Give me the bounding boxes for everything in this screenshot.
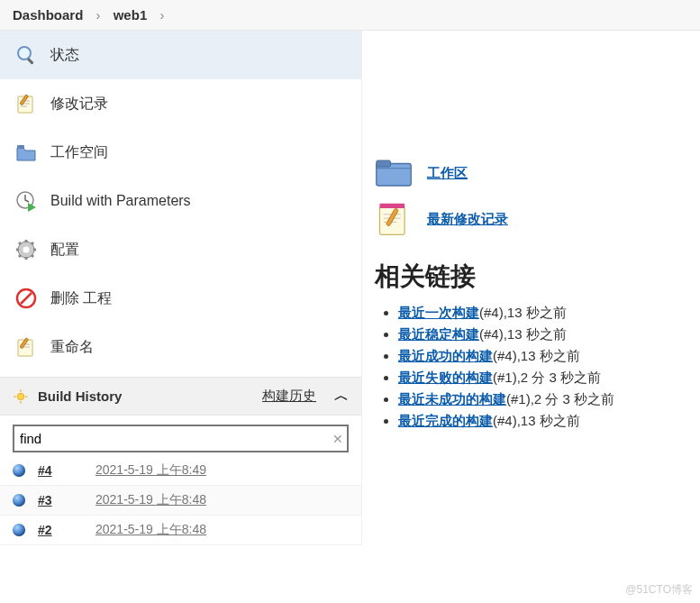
chevron-right-icon: › — [159, 7, 164, 23]
related-link-item: 最近成功的构建(#4),13 秒之前 — [398, 348, 693, 365]
nav-workspace[interactable]: 工作空间 — [0, 128, 361, 177]
main-panel: 工作区 最新修改记录 相关链接 最近一次构建(#4),13 秒之前最近稳定构建(… — [362, 31, 700, 545]
sun-icon — [13, 388, 29, 405]
clock-play-icon — [14, 189, 38, 213]
delete-icon — [14, 287, 38, 310]
svg-line-16 — [19, 242, 21, 244]
svg-point-0 — [18, 47, 31, 59]
svg-point-26 — [17, 393, 24, 400]
nav-label: 修改记录 — [50, 95, 108, 114]
related-link[interactable]: 最近未成功的构建 — [398, 391, 506, 407]
build-time[interactable]: 2021-5-19 上午8:48 — [95, 492, 206, 508]
nav-configure[interactable]: 配置 — [0, 225, 361, 274]
nav-label: 删除 工程 — [50, 289, 112, 308]
notepad-icon — [14, 92, 38, 115]
nav-label: 状态 — [50, 46, 79, 65]
folder-large-icon — [375, 157, 413, 189]
nav-build-params[interactable]: Build with Parameters — [0, 177, 361, 225]
search-icon — [14, 43, 38, 67]
status-orb-icon — [13, 464, 25, 477]
sidebar: 状态 修改记录 工作空间 Build with Parameters 配置 — [0, 31, 362, 545]
clear-icon[interactable]: ✕ — [332, 432, 343, 446]
nav-rename[interactable]: 重命名 — [0, 323, 361, 371]
related-link[interactable]: 最近失败的构建 — [398, 370, 493, 385]
related-meta: (#1),2 分 3 秒之前 — [493, 370, 601, 385]
build-history-trend-link[interactable]: 构建历史 — [262, 388, 316, 405]
build-history-header[interactable]: Build History 构建历史 ︿ — [0, 377, 361, 416]
nav-label: 配置 — [50, 241, 79, 260]
related-meta: (#1),2 分 3 秒之前 — [506, 391, 614, 407]
related-link-item: 最近一次构建(#4),13 秒之前 — [398, 305, 693, 322]
nav-status[interactable]: 状态 — [0, 31, 361, 79]
build-row[interactable]: #22021-5-19 上午8:48 — [0, 516, 361, 545]
svg-point-11 — [23, 247, 30, 253]
build-row[interactable]: #32021-5-19 上午8:48 — [0, 486, 361, 516]
breadcrumb-item[interactable]: Dashboard — [13, 7, 83, 23]
related-link[interactable]: 最近完成的构建 — [398, 413, 493, 428]
svg-line-17 — [32, 255, 33, 257]
related-links-list: 最近一次构建(#4),13 秒之前最近稳定构建(#4),13 秒之前最近成功的构… — [375, 305, 693, 430]
nav-label: Build with Parameters — [50, 193, 191, 209]
svg-rect-1 — [27, 58, 34, 65]
related-heading: 相关链接 — [375, 260, 693, 294]
build-history-title: Build History — [38, 388, 122, 404]
related-link[interactable]: 最近成功的构建 — [398, 348, 493, 363]
svg-rect-34 — [379, 204, 405, 208]
link-label[interactable]: 最新修改记录 — [427, 211, 508, 228]
nav-label: 重命名 — [50, 338, 94, 357]
build-number[interactable]: #2 — [38, 523, 83, 537]
related-link-item: 最近稳定构建(#4),13 秒之前 — [398, 326, 693, 343]
chevron-up-icon[interactable]: ︿ — [334, 387, 349, 406]
related-link[interactable]: 最近稳定构建 — [398, 326, 479, 342]
related-meta: (#4),13 秒之前 — [493, 348, 580, 363]
svg-line-18 — [19, 255, 21, 257]
build-row[interactable]: #42021-5-19 上午8:49 — [0, 456, 361, 486]
nav-label: 工作空间 — [50, 143, 108, 162]
nav-changes[interactable]: 修改记录 — [0, 79, 361, 128]
svg-rect-7 — [17, 145, 24, 149]
status-orb-icon — [13, 524, 25, 536]
build-number[interactable]: #4 — [38, 463, 83, 478]
gear-icon — [14, 238, 38, 261]
link-workspace[interactable]: 工作区 — [375, 157, 693, 189]
chevron-right-icon: › — [96, 7, 101, 23]
related-meta: (#4),13 秒之前 — [479, 305, 567, 320]
related-meta: (#4),13 秒之前 — [493, 413, 580, 428]
build-number[interactable]: #3 — [38, 493, 83, 507]
notepad-large-icon — [375, 202, 413, 236]
link-recent-changes[interactable]: 最新修改记录 — [375, 202, 693, 236]
related-link[interactable]: 最近一次构建 — [398, 305, 479, 320]
rename-icon — [14, 335, 38, 359]
build-time[interactable]: 2021-5-19 上午8:49 — [95, 462, 206, 479]
link-label[interactable]: 工作区 — [427, 165, 468, 182]
related-link-item: 最近完成的构建(#4),13 秒之前 — [398, 413, 693, 430]
folder-icon — [14, 141, 38, 164]
breadcrumb-item[interactable]: web1 — [114, 7, 148, 23]
build-search: ✕ — [13, 425, 349, 452]
breadcrumb: Dashboard › web1 › — [0, 0, 700, 31]
related-meta: (#4),13 秒之前 — [479, 326, 567, 342]
related-link-item: 最近未成功的构建(#1),2 分 3 秒之前 — [398, 391, 693, 408]
svg-rect-32 — [377, 160, 391, 167]
build-search-input[interactable] — [13, 425, 349, 452]
nav-delete[interactable]: 删除 工程 — [0, 274, 361, 323]
related-link-item: 最近失败的构建(#1),2 分 3 秒之前 — [398, 370, 693, 387]
build-time[interactable]: 2021-5-19 上午8:48 — [95, 522, 206, 538]
svg-line-19 — [32, 242, 33, 244]
status-orb-icon — [13, 494, 25, 507]
